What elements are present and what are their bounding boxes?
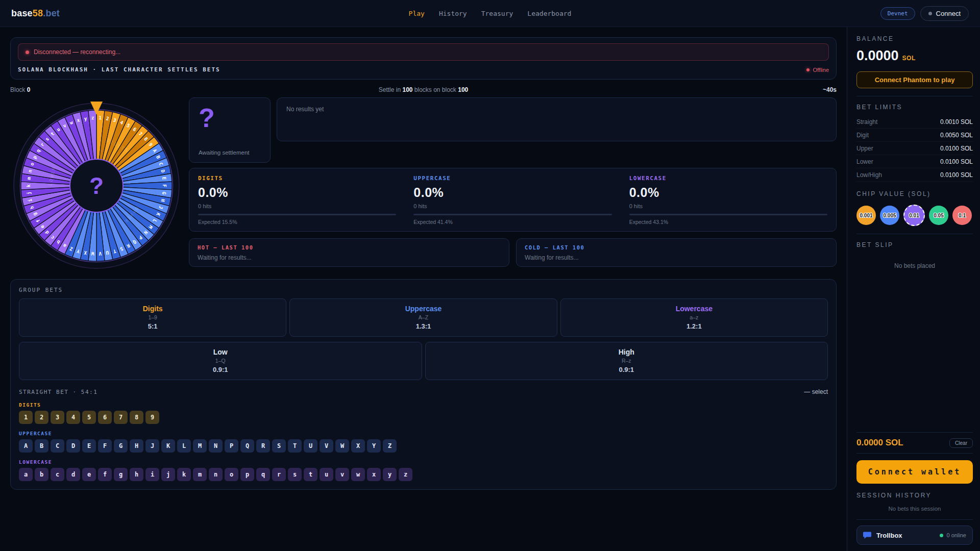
char-button-h[interactable]: h	[130, 468, 143, 481]
char-button-r[interactable]: r	[272, 468, 286, 481]
group-bet-low[interactable]: Low1–Q0.9:1	[19, 342, 422, 380]
char-button-Z[interactable]: Z	[383, 439, 397, 453]
group-bet-name: Uppercase	[290, 305, 556, 313]
network-badge[interactable]: Devnet	[880, 7, 915, 20]
group-bet-odds: 1.3:1	[290, 322, 556, 330]
char-button-S[interactable]: S	[272, 439, 286, 453]
trollbox-bar[interactable]: Trollbox 0 online	[856, 525, 973, 545]
char-button-N[interactable]: N	[209, 439, 223, 453]
char-button-6[interactable]: 6	[98, 411, 112, 424]
chip-0.1[interactable]: 0.1	[952, 206, 972, 225]
char-button-y[interactable]: y	[383, 468, 397, 481]
settle-part: 100	[458, 86, 468, 93]
group-bet-uppercase[interactable]: UppercaseA–Z1.3:1	[289, 298, 557, 337]
char-button-o[interactable]: o	[225, 468, 238, 481]
char-button-Y[interactable]: Y	[367, 439, 381, 453]
char-button-U[interactable]: U	[304, 439, 317, 453]
clear-button[interactable]: Clear	[949, 438, 973, 448]
chip-0.05[interactable]: 0.05	[929, 206, 948, 225]
char-button-W[interactable]: W	[335, 439, 349, 453]
char-button-p[interactable]: p	[240, 468, 254, 481]
chip-value-title: CHIP VALUE (SOL)	[856, 190, 973, 197]
char-button-2[interactable]: 2	[35, 411, 48, 424]
online-dot-icon	[940, 534, 943, 537]
char-button-f[interactable]: f	[98, 468, 112, 481]
straight-bet-grid: DIGITS123456789UPPERCASEABCDEFGHJKLMNPQR…	[19, 402, 828, 481]
connect-button[interactable]: Connect	[920, 6, 969, 21]
char-button-x[interactable]: x	[367, 468, 381, 481]
char-button-4[interactable]: 4	[66, 411, 80, 424]
group-bet-digits[interactable]: Digits1–95:1	[19, 298, 286, 337]
nav-right: Devnet Connect	[880, 6, 969, 21]
char-button-L[interactable]: L	[177, 439, 191, 453]
connect-phantom-button[interactable]: Connect Phantom to play	[856, 71, 973, 88]
char-button-d[interactable]: d	[66, 468, 80, 481]
settle-part: Settle in	[379, 86, 401, 93]
char-button-z[interactable]: z	[399, 468, 412, 481]
nav-link-treasury[interactable]: Treasury	[481, 10, 513, 17]
divider	[856, 234, 973, 234]
chip-0.005[interactable]: 0.005	[880, 206, 899, 225]
bet-limits-table: Straight0.0010 SOLDigit0.0050 SOLUpper0.…	[856, 115, 973, 182]
logo-base: base	[11, 8, 33, 18]
connection-dot-icon	[928, 12, 932, 15]
char-button-G[interactable]: G	[114, 439, 128, 453]
char-button-K[interactable]: K	[161, 439, 175, 453]
wheel-char: F	[162, 184, 167, 187]
char-button-E[interactable]: E	[82, 439, 96, 453]
char-button-c[interactable]: c	[51, 468, 64, 481]
chip-0.01[interactable]: 0.01	[903, 205, 925, 226]
char-button-e[interactable]: e	[82, 468, 96, 481]
char-button-9[interactable]: 9	[145, 411, 159, 424]
char-button-t[interactable]: t	[304, 468, 317, 481]
group-bet-high[interactable]: HighR–z0.9:1	[425, 342, 828, 380]
char-button-b[interactable]: b	[35, 468, 48, 481]
chip-row: 0.0010.0050.010.050.1	[856, 205, 973, 226]
char-button-m[interactable]: m	[193, 468, 207, 481]
char-button-D[interactable]: D	[66, 439, 80, 453]
char-button-n[interactable]: n	[209, 468, 223, 481]
char-button-s[interactable]: s	[288, 468, 302, 481]
group-bet-name: Lowercase	[561, 305, 827, 313]
char-button-J[interactable]: J	[145, 439, 159, 453]
blockhash-subtitle: SOLANA BLOCKHASH · LAST CHARACTER SETTLE…	[18, 66, 220, 73]
char-button-V[interactable]: V	[320, 439, 333, 453]
char-button-1[interactable]: 1	[19, 411, 33, 424]
char-button-q[interactable]: q	[256, 468, 270, 481]
char-button-5[interactable]: 5	[82, 411, 96, 424]
stat-column-lowercase: LOWERCASE0.0%0 hitsExpected 43.1%	[621, 175, 836, 225]
char-button-R[interactable]: R	[256, 439, 270, 453]
group-bet-lowercase[interactable]: Lowercasea–z1.2:1	[560, 298, 828, 337]
char-button-F[interactable]: F	[98, 439, 112, 453]
char-button-j[interactable]: j	[161, 468, 175, 481]
stat-progress-bar	[198, 214, 396, 215]
char-button-A[interactable]: A	[19, 439, 33, 453]
char-button-7[interactable]: 7	[114, 411, 128, 424]
chip-0.001[interactable]: 0.001	[856, 206, 876, 225]
char-button-u[interactable]: u	[320, 468, 333, 481]
char-button-P[interactable]: P	[225, 439, 238, 453]
char-button-X[interactable]: X	[351, 439, 365, 453]
char-button-Q[interactable]: Q	[240, 439, 254, 453]
group-bets-title: GROUP BETS	[19, 287, 828, 293]
char-button-M[interactable]: M	[193, 439, 207, 453]
char-button-B[interactable]: B	[35, 439, 48, 453]
char-button-8[interactable]: 8	[130, 411, 143, 424]
char-button-a[interactable]: a	[19, 468, 33, 481]
char-button-3[interactable]: 3	[51, 411, 64, 424]
logo[interactable]: base58.bet	[11, 8, 60, 19]
online-count: 0 online	[940, 532, 966, 538]
bet-limit-label: Upper	[856, 145, 873, 152]
char-button-v[interactable]: v	[335, 468, 349, 481]
char-button-T[interactable]: T	[288, 439, 302, 453]
char-button-i[interactable]: i	[145, 468, 159, 481]
nav-link-history[interactable]: History	[439, 10, 467, 17]
char-button-w[interactable]: w	[351, 468, 365, 481]
nav-link-leaderboard[interactable]: Leaderboard	[527, 10, 571, 17]
connect-wallet-button[interactable]: Connect wallet	[856, 460, 973, 484]
char-button-g[interactable]: g	[114, 468, 128, 481]
char-button-H[interactable]: H	[130, 439, 143, 453]
nav-link-play[interactable]: Play	[409, 10, 425, 17]
char-button-k[interactable]: k	[177, 468, 191, 481]
char-button-C[interactable]: C	[51, 439, 64, 453]
